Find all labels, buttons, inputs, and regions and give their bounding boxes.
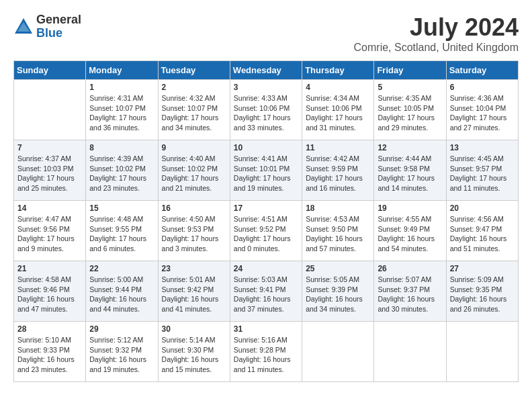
- calendar-cell: 30Sunrise: 5:14 AM Sunset: 9:30 PM Dayli…: [158, 322, 230, 382]
- calendar-cell: 16Sunrise: 4:50 AM Sunset: 9:53 PM Dayli…: [158, 201, 230, 261]
- cell-sun-info: Sunrise: 4:36 AM Sunset: 10:04 PM Daylig…: [450, 93, 515, 133]
- cell-sun-info: Sunrise: 4:55 AM Sunset: 9:49 PM Dayligh…: [378, 214, 442, 254]
- calendar-table: Sunday Monday Tuesday Wednesday Thursday…: [13, 60, 519, 382]
- calendar-cell: 27Sunrise: 5:09 AM Sunset: 9:35 PM Dayli…: [446, 261, 518, 322]
- cell-date-number: 21: [17, 264, 82, 273]
- cell-sun-info: Sunrise: 4:37 AM Sunset: 10:03 PM Daylig…: [17, 154, 82, 193]
- day-header-sunday: Sunday: [14, 61, 86, 80]
- calendar-cell: 11Sunrise: 4:42 AM Sunset: 9:59 PM Dayli…: [302, 140, 374, 201]
- logo: General Blue: [13, 13, 81, 40]
- logo-general-text: General: [36, 13, 81, 27]
- cell-sun-info: Sunrise: 4:48 AM Sunset: 9:55 PM Dayligh…: [89, 214, 154, 254]
- cell-date-number: 18: [306, 203, 370, 213]
- cell-sun-info: Sunrise: 5:07 AM Sunset: 9:37 PM Dayligh…: [378, 275, 442, 314]
- cell-sun-info: Sunrise: 5:12 AM Sunset: 9:32 PM Dayligh…: [89, 335, 154, 375]
- cell-date-number: 7: [17, 143, 82, 152]
- month-title: July 2024: [354, 13, 519, 42]
- cell-sun-info: Sunrise: 4:40 AM Sunset: 10:02 PM Daylig…: [162, 154, 226, 193]
- calendar-cell: 29Sunrise: 5:12 AM Sunset: 9:32 PM Dayli…: [86, 322, 158, 382]
- calendar-cell: 31Sunrise: 5:16 AM Sunset: 9:28 PM Dayli…: [230, 322, 302, 382]
- cell-date-number: 9: [162, 143, 226, 152]
- cell-sun-info: Sunrise: 4:32 AM Sunset: 10:07 PM Daylig…: [162, 93, 226, 133]
- cell-date-number: 2: [162, 83, 226, 92]
- cell-date-number: 5: [378, 83, 442, 92]
- calendar-cell: 18Sunrise: 4:53 AM Sunset: 9:50 PM Dayli…: [302, 201, 374, 261]
- calendar-cell: 26Sunrise: 5:07 AM Sunset: 9:37 PM Dayli…: [374, 261, 446, 322]
- cell-date-number: 22: [89, 264, 154, 273]
- logo-text: General Blue: [36, 13, 81, 40]
- calendar-cell: 21Sunrise: 4:58 AM Sunset: 9:46 PM Dayli…: [14, 261, 86, 322]
- calendar-cell: 19Sunrise: 4:55 AM Sunset: 9:49 PM Dayli…: [374, 201, 446, 261]
- cell-sun-info: Sunrise: 5:14 AM Sunset: 9:30 PM Dayligh…: [162, 335, 226, 375]
- cell-sun-info: Sunrise: 4:33 AM Sunset: 10:06 PM Daylig…: [234, 93, 298, 133]
- calendar-cell: 22Sunrise: 5:00 AM Sunset: 9:44 PM Dayli…: [86, 261, 158, 322]
- calendar-week-3: 14Sunrise: 4:47 AM Sunset: 9:56 PM Dayli…: [14, 201, 519, 261]
- logo-icon: [13, 17, 34, 37]
- cell-sun-info: Sunrise: 5:01 AM Sunset: 9:42 PM Dayligh…: [162, 275, 226, 314]
- cell-date-number: 19: [378, 203, 442, 213]
- cell-date-number: 8: [89, 143, 154, 152]
- cell-date-number: 20: [450, 203, 515, 213]
- calendar-cell: 14Sunrise: 4:47 AM Sunset: 9:56 PM Dayli…: [14, 201, 86, 261]
- cell-sun-info: Sunrise: 5:00 AM Sunset: 9:44 PM Dayligh…: [89, 275, 154, 314]
- calendar-week-2: 7Sunrise: 4:37 AM Sunset: 10:03 PM Dayli…: [14, 140, 519, 201]
- calendar-cell: [446, 322, 518, 382]
- cell-date-number: 10: [234, 143, 298, 152]
- cell-sun-info: Sunrise: 4:42 AM Sunset: 9:59 PM Dayligh…: [306, 154, 370, 193]
- calendar-cell: 1Sunrise: 4:31 AM Sunset: 10:07 PM Dayli…: [86, 80, 158, 140]
- cell-sun-info: Sunrise: 5:16 AM Sunset: 9:28 PM Dayligh…: [234, 335, 298, 375]
- cell-sun-info: Sunrise: 5:05 AM Sunset: 9:39 PM Dayligh…: [306, 275, 370, 314]
- cell-date-number: 1: [89, 83, 154, 92]
- cell-date-number: 24: [234, 264, 298, 273]
- calendar-header-row: Sunday Monday Tuesday Wednesday Thursday…: [14, 61, 519, 80]
- calendar-cell: 2Sunrise: 4:32 AM Sunset: 10:07 PM Dayli…: [158, 80, 230, 140]
- cell-sun-info: Sunrise: 4:34 AM Sunset: 10:06 PM Daylig…: [306, 93, 370, 133]
- cell-sun-info: Sunrise: 4:47 AM Sunset: 9:56 PM Dayligh…: [17, 214, 82, 254]
- cell-date-number: 15: [89, 203, 154, 213]
- calendar-cell: 20Sunrise: 4:56 AM Sunset: 9:47 PM Dayli…: [446, 201, 518, 261]
- day-header-saturday: Saturday: [446, 61, 518, 80]
- cell-date-number: 30: [162, 324, 226, 334]
- cell-sun-info: Sunrise: 4:41 AM Sunset: 10:01 PM Daylig…: [234, 154, 298, 193]
- cell-sun-info: Sunrise: 4:45 AM Sunset: 9:57 PM Dayligh…: [450, 154, 515, 193]
- location-title: Comrie, Scotland, United Kingdom: [354, 42, 519, 54]
- day-header-tuesday: Tuesday: [158, 61, 230, 80]
- calendar-cell: 12Sunrise: 4:44 AM Sunset: 9:58 PM Dayli…: [374, 140, 446, 201]
- cell-date-number: 29: [89, 324, 154, 334]
- calendar-cell: 25Sunrise: 5:05 AM Sunset: 9:39 PM Dayli…: [302, 261, 374, 322]
- cell-sun-info: Sunrise: 5:10 AM Sunset: 9:33 PM Dayligh…: [17, 335, 82, 375]
- calendar-cell: 24Sunrise: 5:03 AM Sunset: 9:41 PM Dayli…: [230, 261, 302, 322]
- cell-sun-info: Sunrise: 5:03 AM Sunset: 9:41 PM Dayligh…: [234, 275, 298, 314]
- cell-date-number: 25: [306, 264, 370, 273]
- cell-sun-info: Sunrise: 4:53 AM Sunset: 9:50 PM Dayligh…: [306, 214, 370, 254]
- cell-sun-info: Sunrise: 4:31 AM Sunset: 10:07 PM Daylig…: [89, 93, 154, 133]
- calendar-cell: [374, 322, 446, 382]
- cell-sun-info: Sunrise: 4:50 AM Sunset: 9:53 PM Dayligh…: [162, 214, 226, 254]
- cell-sun-info: Sunrise: 4:39 AM Sunset: 10:02 PM Daylig…: [89, 154, 154, 193]
- day-header-monday: Monday: [86, 61, 158, 80]
- calendar-week-1: 1Sunrise: 4:31 AM Sunset: 10:07 PM Dayli…: [14, 80, 519, 140]
- day-header-friday: Friday: [374, 61, 446, 80]
- calendar-cell: 3Sunrise: 4:33 AM Sunset: 10:06 PM Dayli…: [230, 80, 302, 140]
- calendar-cell: 7Sunrise: 4:37 AM Sunset: 10:03 PM Dayli…: [14, 140, 86, 201]
- header: General Blue July 2024 Comrie, Scotland,…: [13, 13, 519, 54]
- title-section: July 2024 Comrie, Scotland, United Kingd…: [354, 13, 519, 54]
- cell-sun-info: Sunrise: 4:58 AM Sunset: 9:46 PM Dayligh…: [17, 275, 82, 314]
- calendar-cell: 8Sunrise: 4:39 AM Sunset: 10:02 PM Dayli…: [86, 140, 158, 201]
- calendar-cell: [302, 322, 374, 382]
- cell-date-number: 28: [17, 324, 82, 334]
- cell-date-number: 4: [306, 83, 370, 92]
- calendar-cell: 6Sunrise: 4:36 AM Sunset: 10:04 PM Dayli…: [446, 80, 518, 140]
- cell-date-number: 23: [162, 264, 226, 273]
- cell-sun-info: Sunrise: 4:56 AM Sunset: 9:47 PM Dayligh…: [450, 214, 515, 254]
- calendar-cell: 10Sunrise: 4:41 AM Sunset: 10:01 PM Dayl…: [230, 140, 302, 201]
- day-header-thursday: Thursday: [302, 61, 374, 80]
- calendar-cell: 13Sunrise: 4:45 AM Sunset: 9:57 PM Dayli…: [446, 140, 518, 201]
- calendar-cell: 23Sunrise: 5:01 AM Sunset: 9:42 PM Dayli…: [158, 261, 230, 322]
- cell-date-number: 14: [17, 203, 82, 213]
- calendar-cell: 28Sunrise: 5:10 AM Sunset: 9:33 PM Dayli…: [14, 322, 86, 382]
- calendar-cell: [14, 80, 86, 140]
- cell-date-number: 26: [378, 264, 442, 273]
- cell-date-number: 13: [450, 143, 515, 152]
- calendar-cell: 17Sunrise: 4:51 AM Sunset: 9:52 PM Dayli…: [230, 201, 302, 261]
